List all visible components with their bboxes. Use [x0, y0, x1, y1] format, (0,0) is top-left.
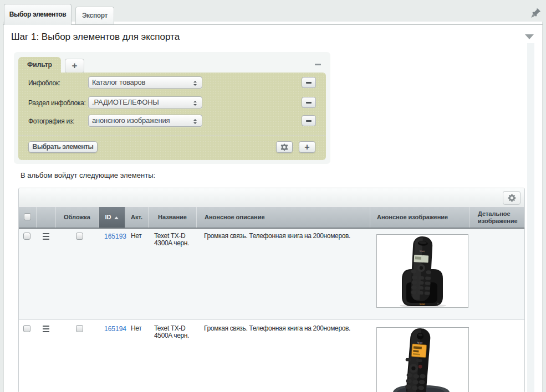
svg-text:texet: texet: [420, 250, 425, 253]
svg-text:texet: texet: [417, 341, 423, 344]
svg-text:texet: texet: [420, 303, 426, 306]
